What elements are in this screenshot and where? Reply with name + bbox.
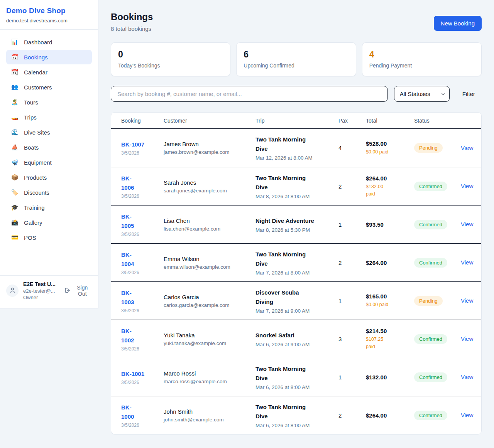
sidebar-item-gallery[interactable]: 📸 Gallery [6, 215, 92, 230]
column-header-booking: Booking [121, 118, 164, 124]
sidebar-item-training[interactable]: 🎓 Training [6, 200, 92, 215]
booking-date: 3/5/2026 [121, 308, 164, 313]
customer-name: Carlos Garcia [164, 294, 255, 300]
status-cell: Pending [414, 296, 461, 306]
booking-cell: BK- 1000 3/5/2026 [121, 403, 164, 428]
table-header-row: Booking Customer Trip Pax Total Status [111, 113, 481, 129]
booking-number-link[interactable]: BK- 1005 [121, 212, 164, 231]
table-row: BK-1007 3/5/2026 James Brown james.brown… [111, 129, 481, 167]
sidebar-item-dive-sites[interactable]: 🌊 Dive Sites [6, 125, 92, 140]
sidebar-item-equipment[interactable]: 🤿 Equipment [6, 155, 92, 170]
view-link[interactable]: View [461, 335, 473, 342]
actions-cell: View [461, 183, 481, 190]
sign-out-button[interactable]: Sign Out [64, 285, 92, 297]
status-cell: Confirmed [414, 220, 461, 229]
paid-amount: $107.25 paid [366, 336, 393, 350]
trip-name: Snorkel Safari [255, 331, 338, 340]
stat-label: Pending Payment [369, 62, 474, 69]
sidebar-item-products[interactable]: 📦 Products [6, 170, 92, 185]
booking-cell: BK-1001 3/5/2026 [121, 369, 164, 385]
customer-cell: Yuki Tanaka yuki.tanaka@example.com [164, 332, 255, 346]
pax-cell: 2 [338, 183, 366, 190]
search-input[interactable] [111, 86, 388, 102]
equipment-icon: 🤿 [11, 159, 19, 166]
products-icon: 📦 [11, 174, 19, 181]
booking-date: 3/5/2026 [121, 232, 164, 237]
sidebar-item-label: Equipment [24, 159, 52, 166]
customer-name: James Brown [164, 141, 255, 147]
sidebar-item-boats[interactable]: ⛵ Boats [6, 140, 92, 155]
booking-cell: BK- 1003 3/5/2026 [121, 288, 164, 313]
sidebar-item-tours[interactable]: 🏝️ Tours [6, 95, 92, 109]
booking-date: 3/5/2026 [121, 346, 164, 352]
trip-name: Discover Scuba Diving [255, 288, 338, 307]
customer-email: marco.rossi@example.com [164, 379, 255, 384]
sidebar-item-customers[interactable]: 👥 Customers [6, 80, 92, 94]
actions-cell: View [461, 374, 481, 381]
trip-datetime: Mar 6, 2026 at 8:00 AM [255, 423, 338, 428]
table-row: BK-1001 3/5/2026 Marco Rossi marco.rossi… [111, 358, 481, 396]
customer-name: Lisa Chen [164, 217, 255, 224]
sidebar-item-calendar[interactable]: 📆 Calendar [6, 65, 92, 79]
trip-cell: Two Tank Morning Dive Mar 12, 2026 at 8:… [255, 135, 338, 161]
new-booking-button[interactable]: New Booking [434, 16, 482, 31]
sidebar-item-bookings[interactable]: 📅 Bookings [6, 50, 92, 64]
pax-cell: 1 [338, 221, 366, 228]
booking-number-link[interactable]: BK-1007 [121, 140, 164, 149]
sidebar: Demo Dive Shop demo.test.divestreams.com… [0, 0, 98, 308]
dive-sites-icon: 🌊 [11, 129, 19, 136]
filter-button[interactable]: Filter [462, 91, 475, 97]
bookings-table: Booking Customer Trip Pax Total Status B… [111, 112, 482, 435]
sidebar-item-trips[interactable]: 🚤 Trips [6, 110, 92, 125]
booking-number-link[interactable]: BK-1001 [121, 369, 164, 379]
status-filter-select[interactable]: All Statuses [394, 86, 450, 102]
view-link[interactable]: View [461, 145, 473, 151]
paid-amount: $0.00 paid [366, 301, 393, 308]
trip-cell: Two Tank Morning Dive Mar 8, 2026 at 8:0… [255, 173, 338, 199]
brand-title[interactable]: Demo Dive Shop [6, 7, 92, 15]
view-link[interactable]: View [461, 412, 473, 418]
table-row: BK- 1003 3/5/2026 Carlos Garcia carlos.g… [111, 281, 481, 320]
booking-number-link[interactable]: BK- 1003 [121, 288, 164, 307]
page-title: Bookings [111, 12, 153, 22]
pax-cell: 4 [338, 145, 366, 151]
trip-cell: Two Tank Morning Dive Mar 6, 2026 at 8:0… [255, 403, 338, 428]
column-header-customer: Customer [164, 118, 255, 124]
trip-datetime: Mar 8, 2026 at 8:00 AM [255, 194, 338, 199]
booking-date: 3/5/2026 [121, 380, 164, 385]
booking-number-link[interactable]: BK- 1002 [121, 327, 164, 345]
bookings-icon: 📅 [11, 54, 19, 61]
brand-domain: demo.test.divestreams.com [6, 18, 92, 24]
booking-number-link[interactable]: BK- 1000 [121, 403, 164, 421]
view-link[interactable]: View [461, 221, 473, 227]
booking-number-link[interactable]: BK- 1006 [121, 174, 164, 192]
trip-datetime: Mar 7, 2026 at 9:00 AM [255, 308, 338, 314]
stat-label: Upcoming Confirmed [244, 62, 349, 69]
table-row: BK- 1004 3/5/2026 Emma Wilson emma.wilso… [111, 243, 481, 281]
sidebar-item-dashboard[interactable]: 📊 Dashboard [6, 35, 92, 49]
sidebar-item-discounts[interactable]: 🏷️ Discounts [6, 185, 92, 200]
gallery-icon: 📸 [11, 219, 19, 226]
view-link[interactable]: View [461, 183, 473, 189]
status-badge: Confirmed [414, 334, 447, 344]
sidebar-item-pos[interactable]: 💳 POS [6, 230, 92, 245]
view-link[interactable]: View [461, 297, 473, 304]
view-link[interactable]: View [461, 374, 473, 380]
booking-number-link[interactable]: BK- 1004 [121, 250, 164, 269]
customer-email: yuki.tanaka@example.com [164, 340, 255, 346]
trip-name: Two Tank Morning Dive [255, 250, 338, 268]
trip-datetime: Mar 12, 2026 at 8:00 AM [255, 155, 338, 161]
trip-datetime: Mar 8, 2026 at 5:30 PM [255, 227, 338, 233]
pax-cell: 1 [338, 298, 366, 304]
booking-date: 3/5/2026 [121, 423, 164, 428]
brand-block: Demo Dive Shop demo.test.divestreams.com [0, 0, 98, 30]
view-link[interactable]: View [461, 259, 473, 266]
customer-name: John Smith [164, 408, 255, 415]
total-cell: $214.50 $107.25 paid [366, 328, 414, 350]
sidebar-item-label: Customers [24, 84, 52, 91]
column-header-status: Status [414, 118, 461, 124]
actions-cell: View [461, 412, 481, 419]
status-badge: Confirmed [414, 411, 447, 420]
customer-cell: Lisa Chen lisa.chen@example.com [164, 217, 255, 232]
table-row: BK- 1002 3/5/2026 Yuki Tanaka yuki.tanak… [111, 320, 481, 358]
